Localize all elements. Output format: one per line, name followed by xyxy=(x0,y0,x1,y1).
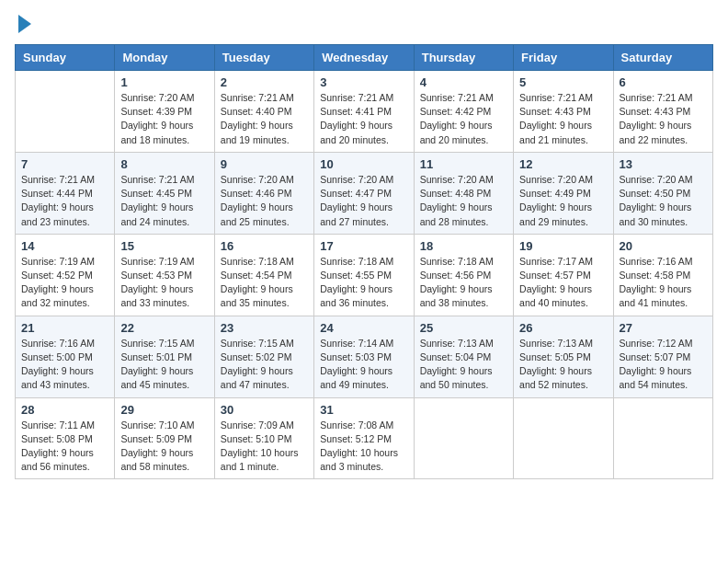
calendar-week-row: 1Sunrise: 7:20 AM Sunset: 4:39 PM Daylig… xyxy=(16,71,713,153)
day-number: 20 xyxy=(620,239,707,253)
day-info: Sunrise: 7:19 AM Sunset: 4:53 PM Dayligh… xyxy=(120,255,208,311)
day-number: 4 xyxy=(420,75,507,89)
calendar-cell: 30Sunrise: 7:09 AM Sunset: 5:10 PM Dayli… xyxy=(214,397,313,479)
day-info: Sunrise: 7:14 AM Sunset: 5:03 PM Dayligh… xyxy=(320,337,407,393)
day-info: Sunrise: 7:17 AM Sunset: 4:57 PM Dayligh… xyxy=(519,255,607,311)
calendar-cell: 26Sunrise: 7:13 AM Sunset: 5:05 PM Dayli… xyxy=(514,316,613,397)
day-number: 1 xyxy=(120,75,208,89)
calendar-cell: 14Sunrise: 7:19 AM Sunset: 4:52 PM Dayli… xyxy=(16,234,115,316)
day-info: Sunrise: 7:20 AM Sunset: 4:48 PM Dayligh… xyxy=(420,173,507,229)
column-header-friday: Friday xyxy=(514,45,613,71)
calendar-cell: 18Sunrise: 7:18 AM Sunset: 4:56 PM Dayli… xyxy=(414,234,513,316)
day-info: Sunrise: 7:18 AM Sunset: 4:54 PM Dayligh… xyxy=(221,255,308,311)
day-info: Sunrise: 7:13 AM Sunset: 5:04 PM Dayligh… xyxy=(420,337,507,393)
day-info: Sunrise: 7:21 AM Sunset: 4:43 PM Dayligh… xyxy=(519,91,607,147)
calendar-cell: 5Sunrise: 7:21 AM Sunset: 4:43 PM Daylig… xyxy=(514,71,613,153)
day-number: 14 xyxy=(21,239,108,253)
column-header-tuesday: Tuesday xyxy=(214,45,313,71)
calendar-cell: 23Sunrise: 7:15 AM Sunset: 5:02 PM Dayli… xyxy=(214,316,313,397)
day-number: 21 xyxy=(21,321,108,335)
calendar-week-row: 14Sunrise: 7:19 AM Sunset: 4:52 PM Dayli… xyxy=(16,234,713,316)
day-info: Sunrise: 7:20 AM Sunset: 4:50 PM Dayligh… xyxy=(620,173,707,229)
day-number: 15 xyxy=(120,239,208,253)
day-number: 7 xyxy=(21,157,108,171)
day-info: Sunrise: 7:16 AM Sunset: 4:58 PM Dayligh… xyxy=(620,255,707,311)
day-info: Sunrise: 7:21 AM Sunset: 4:45 PM Dayligh… xyxy=(120,173,208,229)
day-info: Sunrise: 7:20 AM Sunset: 4:46 PM Dayligh… xyxy=(221,173,308,229)
calendar-cell xyxy=(613,397,712,479)
calendar-cell: 19Sunrise: 7:17 AM Sunset: 4:57 PM Dayli… xyxy=(514,234,613,316)
calendar-cell: 29Sunrise: 7:10 AM Sunset: 5:09 PM Dayli… xyxy=(115,397,214,479)
day-info: Sunrise: 7:09 AM Sunset: 5:10 PM Dayligh… xyxy=(221,419,308,475)
calendar-cell: 1Sunrise: 7:20 AM Sunset: 4:39 PM Daylig… xyxy=(115,71,214,153)
calendar-cell: 6Sunrise: 7:21 AM Sunset: 4:43 PM Daylig… xyxy=(613,71,712,153)
logo-arrow-icon xyxy=(18,15,31,33)
calendar-cell xyxy=(16,71,115,153)
day-info: Sunrise: 7:20 AM Sunset: 4:47 PM Dayligh… xyxy=(320,173,407,229)
column-header-thursday: Thursday xyxy=(414,45,513,71)
page-header xyxy=(15,15,713,33)
logo xyxy=(15,15,31,33)
day-number: 3 xyxy=(320,75,407,89)
day-info: Sunrise: 7:21 AM Sunset: 4:43 PM Dayligh… xyxy=(620,91,707,147)
calendar-cell: 3Sunrise: 7:21 AM Sunset: 4:41 PM Daylig… xyxy=(314,71,414,153)
day-info: Sunrise: 7:16 AM Sunset: 5:00 PM Dayligh… xyxy=(21,337,108,393)
day-info: Sunrise: 7:12 AM Sunset: 5:07 PM Dayligh… xyxy=(620,337,707,393)
day-number: 16 xyxy=(221,239,308,253)
day-info: Sunrise: 7:15 AM Sunset: 5:01 PM Dayligh… xyxy=(120,337,208,393)
day-info: Sunrise: 7:21 AM Sunset: 4:41 PM Dayligh… xyxy=(320,91,407,147)
calendar-cell xyxy=(414,397,513,479)
calendar-header-row: SundayMondayTuesdayWednesdayThursdayFrid… xyxy=(16,45,713,71)
day-number: 27 xyxy=(620,321,707,335)
calendar-cell: 24Sunrise: 7:14 AM Sunset: 5:03 PM Dayli… xyxy=(314,316,414,397)
calendar-cell: 21Sunrise: 7:16 AM Sunset: 5:00 PM Dayli… xyxy=(16,316,115,397)
day-number: 26 xyxy=(519,321,607,335)
calendar-cell: 31Sunrise: 7:08 AM Sunset: 5:12 PM Dayli… xyxy=(314,397,414,479)
day-info: Sunrise: 7:20 AM Sunset: 4:39 PM Dayligh… xyxy=(120,91,208,147)
calendar-cell: 4Sunrise: 7:21 AM Sunset: 4:42 PM Daylig… xyxy=(414,71,513,153)
calendar-cell: 9Sunrise: 7:20 AM Sunset: 4:46 PM Daylig… xyxy=(214,152,313,234)
column-header-saturday: Saturday xyxy=(613,45,712,71)
day-number: 13 xyxy=(620,157,707,171)
calendar-cell: 22Sunrise: 7:15 AM Sunset: 5:01 PM Dayli… xyxy=(115,316,214,397)
day-number: 2 xyxy=(221,75,308,89)
day-number: 5 xyxy=(519,75,607,89)
day-number: 24 xyxy=(320,321,407,335)
day-number: 17 xyxy=(320,239,407,253)
day-info: Sunrise: 7:21 AM Sunset: 4:42 PM Dayligh… xyxy=(420,91,507,147)
day-info: Sunrise: 7:10 AM Sunset: 5:09 PM Dayligh… xyxy=(120,419,208,475)
day-number: 9 xyxy=(221,157,308,171)
column-header-monday: Monday xyxy=(115,45,214,71)
day-number: 30 xyxy=(221,403,308,417)
day-number: 31 xyxy=(320,403,407,417)
calendar-cell: 28Sunrise: 7:11 AM Sunset: 5:08 PM Dayli… xyxy=(16,397,115,479)
calendar-cell: 10Sunrise: 7:20 AM Sunset: 4:47 PM Dayli… xyxy=(314,152,414,234)
day-number: 28 xyxy=(21,403,108,417)
calendar-table: SundayMondayTuesdayWednesdayThursdayFrid… xyxy=(15,44,713,479)
day-number: 25 xyxy=(420,321,507,335)
day-number: 19 xyxy=(519,239,607,253)
day-number: 10 xyxy=(320,157,407,171)
day-number: 8 xyxy=(120,157,208,171)
day-info: Sunrise: 7:08 AM Sunset: 5:12 PM Dayligh… xyxy=(320,419,407,475)
calendar-cell: 17Sunrise: 7:18 AM Sunset: 4:55 PM Dayli… xyxy=(314,234,414,316)
calendar-week-row: 28Sunrise: 7:11 AM Sunset: 5:08 PM Dayli… xyxy=(16,397,713,479)
day-info: Sunrise: 7:13 AM Sunset: 5:05 PM Dayligh… xyxy=(519,337,607,393)
calendar-week-row: 21Sunrise: 7:16 AM Sunset: 5:00 PM Dayli… xyxy=(16,316,713,397)
day-number: 23 xyxy=(221,321,308,335)
calendar-cell: 12Sunrise: 7:20 AM Sunset: 4:49 PM Dayli… xyxy=(514,152,613,234)
day-info: Sunrise: 7:19 AM Sunset: 4:52 PM Dayligh… xyxy=(21,255,108,311)
calendar-week-row: 7Sunrise: 7:21 AM Sunset: 4:44 PM Daylig… xyxy=(16,152,713,234)
day-number: 11 xyxy=(420,157,507,171)
calendar-cell: 27Sunrise: 7:12 AM Sunset: 5:07 PM Dayli… xyxy=(613,316,712,397)
column-header-wednesday: Wednesday xyxy=(314,45,414,71)
calendar-cell: 8Sunrise: 7:21 AM Sunset: 4:45 PM Daylig… xyxy=(115,152,214,234)
day-info: Sunrise: 7:18 AM Sunset: 4:55 PM Dayligh… xyxy=(320,255,407,311)
calendar-cell: 15Sunrise: 7:19 AM Sunset: 4:53 PM Dayli… xyxy=(115,234,214,316)
calendar-cell: 16Sunrise: 7:18 AM Sunset: 4:54 PM Dayli… xyxy=(214,234,313,316)
calendar-cell: 2Sunrise: 7:21 AM Sunset: 4:40 PM Daylig… xyxy=(214,71,313,153)
day-number: 29 xyxy=(120,403,208,417)
day-info: Sunrise: 7:21 AM Sunset: 4:44 PM Dayligh… xyxy=(21,173,108,229)
day-number: 18 xyxy=(420,239,507,253)
day-number: 6 xyxy=(620,75,707,89)
